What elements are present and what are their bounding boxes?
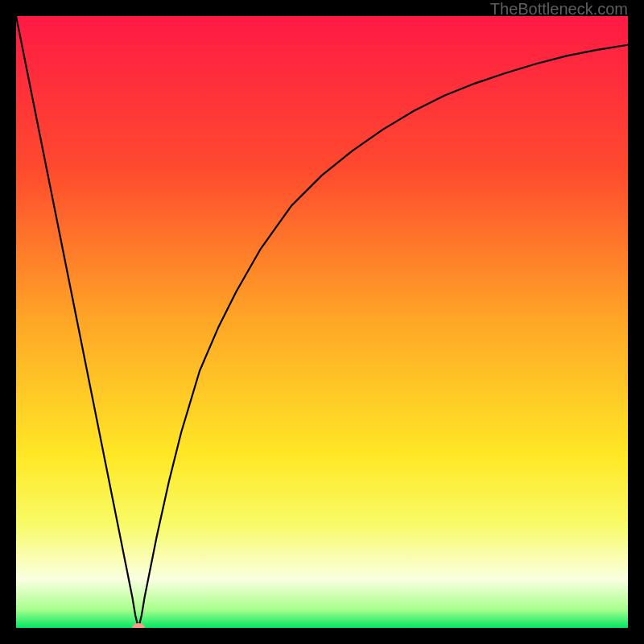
plot-area <box>16 16 628 628</box>
bottleneck-chart: TheBottleneck.com <box>0 0 644 644</box>
plot-svg <box>16 16 628 628</box>
gradient-background <box>16 16 628 628</box>
attribution-label: TheBottleneck.com <box>490 0 628 19</box>
